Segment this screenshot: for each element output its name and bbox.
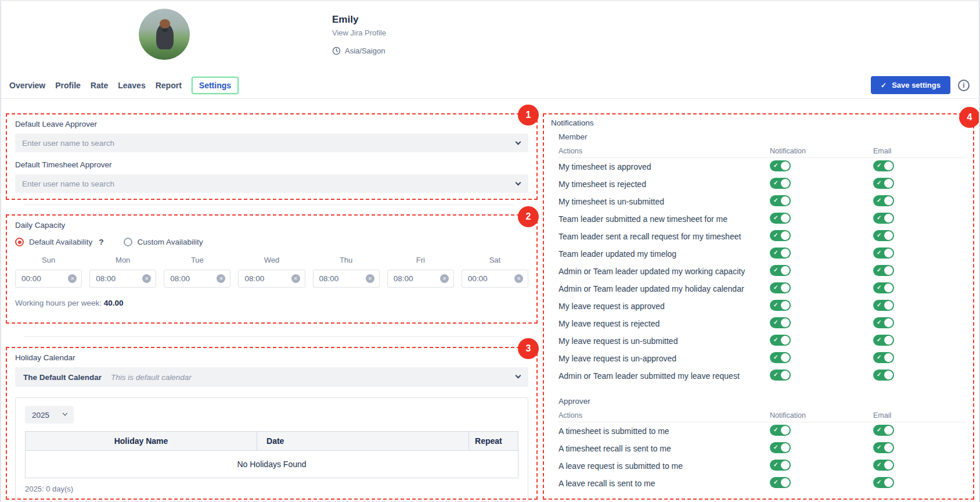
day-column-wed: Wed×: [238, 256, 305, 288]
notification-toggle[interactable]: ✓: [770, 335, 791, 346]
notification-toggle[interactable]: ✓: [770, 352, 791, 363]
time-input-thu[interactable]: ×: [313, 270, 380, 288]
notification-toggle[interactable]: ✓: [770, 282, 791, 293]
notification-toggle[interactable]: ✓: [770, 248, 791, 259]
approvers-section: Default Leave Approver Default Timesheet…: [6, 113, 538, 200]
email-toggle[interactable]: ✓: [873, 160, 894, 171]
info-icon[interactable]: i: [958, 80, 970, 91]
weekly-hours-label: Working hours per week:: [15, 299, 102, 307]
time-input-mon[interactable]: ×: [89, 270, 156, 288]
annotation-badge-1: 1: [518, 105, 539, 126]
holiday-table: Holiday Name Date Repeat No Holidays Fou…: [25, 431, 518, 478]
check-icon: ✓: [773, 285, 778, 291]
email-toggle-cell: ✓: [873, 230, 966, 243]
notification-toggle[interactable]: ✓: [770, 425, 791, 436]
clear-icon[interactable]: ×: [366, 274, 374, 283]
default-timesheet-approver-label: Default Timesheet Approver: [15, 160, 528, 169]
email-toggle[interactable]: ✓: [873, 442, 894, 453]
timesheet-approver-select[interactable]: [15, 174, 528, 193]
email-toggle[interactable]: ✓: [873, 195, 894, 206]
day-column-sun: Sun×: [15, 256, 82, 288]
tab-leaves[interactable]: Leaves: [118, 81, 145, 90]
notification-toggle[interactable]: ✓: [770, 160, 791, 171]
clear-icon[interactable]: ×: [514, 274, 523, 283]
view-jira-profile-link[interactable]: View Jira Profile: [332, 28, 386, 37]
notification-toggle[interactable]: ✓: [770, 442, 791, 453]
action-label: Team leader sent a recall request for my…: [559, 232, 770, 241]
notification-toggle[interactable]: ✓: [770, 265, 791, 276]
notification-toggle-cell: ✓: [770, 335, 873, 348]
notification-toggle[interactable]: ✓: [770, 213, 791, 224]
notification-toggle[interactable]: ✓: [770, 317, 791, 328]
year-select[interactable]: 2025: [25, 406, 74, 424]
time-value-input[interactable]: [170, 274, 217, 283]
email-toggle[interactable]: ✓: [873, 425, 894, 436]
email-toggle[interactable]: ✓: [873, 460, 894, 471]
email-toggle[interactable]: ✓: [873, 300, 894, 311]
email-toggle[interactable]: ✓: [873, 248, 894, 259]
tab-rate[interactable]: Rate: [91, 81, 108, 90]
radio-unselected-icon[interactable]: [124, 238, 132, 246]
notification-toggle[interactable]: ✓: [770, 370, 791, 381]
time-input-fri[interactable]: ×: [387, 270, 454, 288]
help-icon[interactable]: ?: [99, 238, 103, 246]
time-value-input[interactable]: [96, 274, 142, 283]
email-toggle[interactable]: ✓: [873, 370, 894, 381]
notification-toggle[interactable]: ✓: [770, 460, 791, 471]
time-value-input[interactable]: [319, 274, 366, 283]
notification-toggle[interactable]: ✓: [770, 300, 791, 311]
email-toggle[interactable]: ✓: [873, 213, 894, 224]
notification-row: My timesheet is approved✓✓: [559, 158, 966, 175]
check-icon: ✓: [877, 232, 881, 238]
time-input-wed[interactable]: ×: [238, 270, 305, 288]
leave-approver-search-input[interactable]: [22, 139, 481, 148]
column-header: Email: [873, 147, 966, 155]
email-toggle[interactable]: ✓: [873, 230, 894, 241]
email-toggle-cell: ✓: [873, 442, 966, 456]
toggle-knob: [884, 443, 893, 452]
column-header: Actions: [559, 411, 770, 419]
clear-icon[interactable]: ×: [142, 274, 151, 283]
radio-selected-icon[interactable]: [15, 238, 24, 246]
tab-settings[interactable]: Settings: [192, 77, 239, 94]
time-value-input[interactable]: [468, 274, 514, 283]
email-toggle[interactable]: ✓: [873, 282, 894, 293]
time-value-input[interactable]: [21, 274, 68, 283]
clear-icon[interactable]: ×: [68, 274, 77, 283]
tab-profile[interactable]: Profile: [55, 81, 81, 90]
email-toggle[interactable]: ✓: [873, 335, 894, 346]
custom-availability-radio[interactable]: Custom Availability: [124, 238, 203, 246]
holiday-calendar-select[interactable]: The Default Calendar This is default cal…: [15, 367, 528, 387]
toggle-knob: [884, 478, 893, 487]
action-label: A timesheet is submitted to me: [559, 426, 770, 436]
notification-toggle[interactable]: ✓: [770, 178, 791, 189]
notification-toggle[interactable]: ✓: [770, 477, 791, 488]
holiday-name-header: Holiday Name: [26, 432, 257, 451]
clear-icon[interactable]: ×: [291, 274, 300, 283]
clear-icon[interactable]: ×: [217, 274, 225, 283]
time-value-input[interactable]: [244, 274, 291, 283]
time-input-tue[interactable]: ×: [164, 270, 230, 288]
day-column-fri: Fri×: [387, 256, 454, 288]
clear-icon[interactable]: ×: [440, 274, 449, 283]
email-toggle[interactable]: ✓: [873, 265, 894, 276]
tab-report[interactable]: Report: [156, 81, 182, 90]
email-toggle[interactable]: ✓: [873, 317, 894, 328]
notification-toggle[interactable]: ✓: [770, 230, 791, 241]
notification-toggle[interactable]: ✓: [770, 195, 791, 206]
default-availability-radio[interactable]: Default Availability ?: [15, 238, 104, 246]
email-toggle-cell: ✓: [873, 248, 966, 261]
email-toggle[interactable]: ✓: [873, 178, 894, 189]
group-heading: Approver: [559, 397, 966, 406]
email-toggle[interactable]: ✓: [873, 352, 894, 363]
email-toggle[interactable]: ✓: [873, 477, 894, 488]
tab-overview[interactable]: Overview: [9, 81, 45, 90]
time-input-sat[interactable]: ×: [462, 270, 528, 288]
check-icon: ✓: [773, 462, 778, 468]
leave-approver-select[interactable]: [15, 134, 528, 152]
time-value-input[interactable]: [394, 274, 440, 283]
save-settings-button[interactable]: ✓ Save settings: [871, 76, 950, 94]
time-input-sun[interactable]: ×: [15, 270, 82, 288]
notification-toggle-cell: ✓: [770, 178, 873, 191]
timesheet-approver-search-input[interactable]: [22, 180, 481, 188]
